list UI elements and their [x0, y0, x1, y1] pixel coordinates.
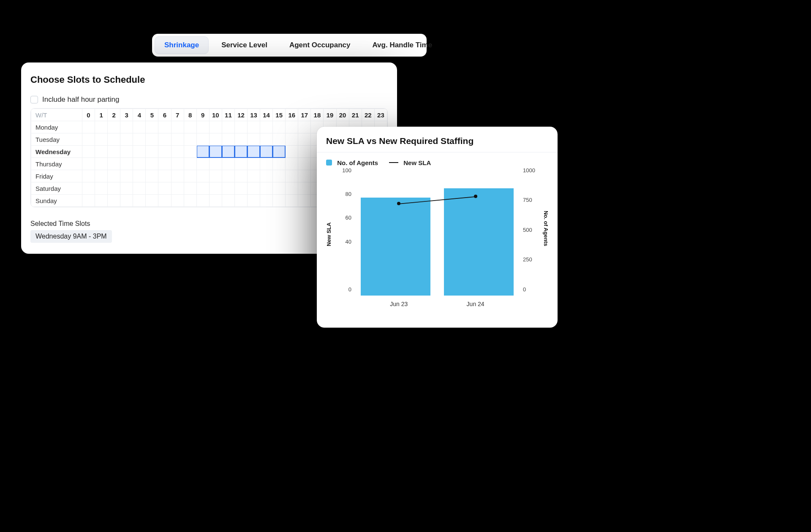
slot-cell[interactable] — [273, 121, 286, 133]
slot-cell[interactable] — [273, 133, 286, 146]
slot-cell[interactable] — [108, 121, 120, 133]
slot-cell[interactable] — [120, 133, 133, 146]
slot-cell[interactable] — [286, 195, 298, 207]
slot-cell[interactable] — [120, 182, 133, 195]
slot-cell[interactable] — [171, 170, 184, 182]
slot-cell[interactable] — [171, 195, 184, 207]
slot-cell[interactable] — [146, 158, 158, 170]
slot-cell[interactable] — [82, 121, 95, 133]
slot-cell[interactable] — [222, 133, 234, 146]
slot-cell[interactable] — [248, 158, 260, 170]
slot-cell[interactable] — [133, 133, 146, 146]
slot-cell[interactable] — [273, 170, 286, 182]
slot-cell[interactable] — [234, 170, 247, 182]
slot-cell[interactable] — [234, 158, 247, 170]
slot-cell[interactable] — [171, 146, 184, 158]
slot-cell[interactable] — [171, 182, 184, 195]
slot-cell[interactable] — [298, 170, 311, 182]
slot-cell[interactable] — [286, 170, 298, 182]
slot-cell[interactable] — [234, 195, 247, 207]
tab-avg-handle-time[interactable]: Avg. Handle Time — [363, 37, 441, 54]
tab-service-level[interactable]: Service Level — [212, 37, 277, 54]
slot-cell[interactable] — [108, 133, 120, 146]
slot-cell[interactable] — [95, 146, 108, 158]
slot-cell[interactable] — [222, 158, 234, 170]
slot-cell[interactable] — [248, 133, 260, 146]
slot-cell[interactable] — [95, 170, 108, 182]
slot-cell[interactable] — [209, 133, 222, 146]
slot-cell[interactable] — [298, 121, 311, 133]
slot-cell[interactable] — [82, 182, 95, 195]
slot-cell[interactable] — [95, 182, 108, 195]
slot-cell[interactable] — [146, 182, 158, 195]
slot-cell[interactable] — [286, 182, 298, 195]
slot-cell[interactable] — [222, 146, 234, 158]
slot-cell[interactable] — [248, 121, 260, 133]
slot-cell[interactable] — [133, 170, 146, 182]
slot-cell[interactable] — [298, 146, 311, 158]
slot-cell[interactable] — [95, 121, 108, 133]
slot-cell[interactable] — [184, 195, 196, 207]
slot-cell[interactable] — [209, 170, 222, 182]
slot-cell[interactable] — [95, 133, 108, 146]
slot-cell[interactable] — [196, 133, 209, 146]
slot-cell[interactable] — [298, 182, 311, 195]
slot-cell[interactable] — [260, 133, 273, 146]
slot-cell[interactable] — [146, 133, 158, 146]
slot-cell[interactable] — [95, 195, 108, 207]
slot-cell[interactable] — [184, 121, 196, 133]
slot-cell[interactable] — [273, 158, 286, 170]
slot-cell[interactable] — [133, 182, 146, 195]
slot-cell[interactable] — [82, 146, 95, 158]
slot-cell[interactable] — [108, 195, 120, 207]
tab-shrinkage[interactable]: Shrinkage — [155, 36, 209, 54]
slot-cell[interactable] — [158, 121, 171, 133]
slot-cell[interactable] — [196, 170, 209, 182]
slot-cell[interactable] — [196, 121, 209, 133]
slot-cell[interactable] — [273, 146, 286, 158]
slot-cell[interactable] — [222, 182, 234, 195]
slot-cell[interactable] — [108, 170, 120, 182]
slot-cell[interactable] — [158, 146, 171, 158]
half-hour-checkbox-row[interactable]: Include half hour parting — [30, 95, 388, 104]
slot-cell[interactable] — [108, 146, 120, 158]
slot-cell[interactable] — [260, 121, 273, 133]
slot-cell[interactable] — [108, 182, 120, 195]
slot-cell[interactable] — [298, 195, 311, 207]
slot-cell[interactable] — [222, 121, 234, 133]
slot-cell[interactable] — [234, 121, 247, 133]
slot-cell[interactable] — [171, 133, 184, 146]
slot-cell[interactable] — [196, 195, 209, 207]
slot-cell[interactable] — [286, 146, 298, 158]
half-hour-checkbox[interactable] — [30, 96, 38, 103]
slot-cell[interactable] — [158, 195, 171, 207]
slot-cell[interactable] — [286, 121, 298, 133]
slot-cell[interactable] — [158, 158, 171, 170]
slot-cell[interactable] — [286, 133, 298, 146]
slot-cell[interactable] — [248, 146, 260, 158]
slot-cell[interactable] — [133, 146, 146, 158]
slot-cell[interactable] — [209, 182, 222, 195]
slot-cell[interactable] — [260, 146, 273, 158]
slot-cell[interactable] — [120, 195, 133, 207]
slot-cell[interactable] — [196, 158, 209, 170]
slot-cell[interactable] — [298, 158, 311, 170]
slot-cell[interactable] — [82, 158, 95, 170]
slot-cell[interactable] — [184, 170, 196, 182]
slot-cell[interactable] — [120, 158, 133, 170]
slot-cell[interactable] — [298, 133, 311, 146]
slot-cell[interactable] — [133, 195, 146, 207]
slot-cell[interactable] — [120, 121, 133, 133]
slot-cell[interactable] — [209, 195, 222, 207]
slot-cell[interactable] — [196, 146, 209, 158]
slot-cell[interactable] — [133, 121, 146, 133]
slot-cell[interactable] — [146, 146, 158, 158]
slot-cell[interactable] — [184, 158, 196, 170]
slot-cell[interactable] — [260, 170, 273, 182]
slot-cell[interactable] — [234, 133, 247, 146]
slot-cell[interactable] — [133, 158, 146, 170]
slot-cell[interactable] — [184, 133, 196, 146]
slot-cell[interactable] — [184, 182, 196, 195]
slot-cell[interactable] — [158, 170, 171, 182]
slot-cell[interactable] — [82, 195, 95, 207]
